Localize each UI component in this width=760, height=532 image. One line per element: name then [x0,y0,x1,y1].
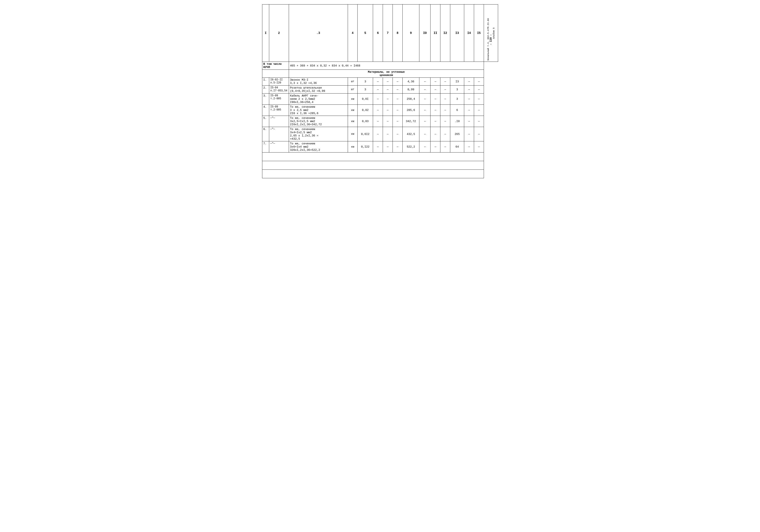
row3-unit: км [348,94,357,105]
col-header-3: .3 [289,5,348,62]
row4-c8: — [393,105,403,116]
row2-c12: — [440,86,450,94]
col-header-15: I5 [474,5,484,62]
row1-c14: — [464,78,474,86]
row5-unit: км [348,116,357,127]
row1-q: 3 [357,78,373,86]
special-label-2: Материалы, не учтенные ценником [289,70,484,78]
row2-code: I5-04 п.I7-053,54 [269,86,289,94]
row4-c12: — [440,105,450,116]
row4-c10: — [419,105,431,116]
row2-c11: — [431,86,440,94]
row5-c10: — [419,116,431,127]
row5-c7: — [383,116,393,127]
row1-c11: — [431,78,440,86]
row2-c8: — [393,86,403,94]
row3-c13: 3 [450,94,464,105]
row2-desc: Розетка штепсельная (0,4+0,35)xI,32 =0,9… [289,86,348,94]
col-header-5: 5 [357,5,373,62]
row2-c13: 3 [450,86,464,94]
row7-c15: — [474,141,484,153]
row7-unit: км [348,141,357,153]
main-table: I 2 .3 4 5 6 7 8 9 IO II I2 I3 I4 I5 Зон… [262,4,498,178]
row4-c7: — [383,105,393,116]
row5-c8: — [393,116,403,127]
side-label-top: Зональный т.п. 802-5-47М.I3.86 [487,18,489,61]
row5-num: 5. [262,116,269,127]
row2-c7: — [383,86,393,94]
row7-code: —"— [269,141,289,153]
row7-c6: — [373,141,383,153]
row5-q: 0,03 [357,116,373,127]
row3-q: 0,0I [357,94,373,105]
row2-q: 3 [357,86,373,94]
row2-c10: — [419,86,431,94]
row6-num: 6. [262,127,269,141]
page-num: – I29 – [489,18,492,61]
col-header-2: 2 [269,5,289,62]
row3-desc: Кабель АНРГ сече- нием 2 x 2,5мм2 I90xI,… [289,94,348,105]
row1-num: I. [262,78,269,86]
empty-row-1 [262,153,498,161]
row6-c10: — [419,127,431,141]
row7-num: 7. [262,141,269,153]
header-row: I 2 .3 4 5 6 7 8 9 IO II I2 I3 I4 I5 Зон… [262,5,498,62]
row6-desc: То же, сечением 3x4+Ix2,5 мм2 2,65 x I,2… [289,127,348,141]
row6-c12: — [440,127,450,141]
row3-c11: — [431,94,440,105]
col-header-13: I3 [450,5,464,62]
row4-num: 4. [262,105,269,116]
row7-c13: 64 [450,141,464,153]
col-header-6: 6 [373,5,383,62]
row3-code: I5-09 т.2-005 [269,94,289,105]
row7-c7: — [383,141,393,153]
page-container: I 2 .3 4 5 6 7 8 9 IO II I2 I3 I4 I5 Зон… [262,4,498,178]
row7-c12: — [440,141,450,153]
row5-c14: — [464,116,474,127]
col-header-8: 8 [393,5,403,62]
row6-c15: — [474,127,484,141]
row5-c15: — [474,116,484,127]
row7-c11: — [431,141,440,153]
row5-code: —"— [269,116,289,127]
row4-desc: То же, сечением 3 x 2,5 мм2 2I0 x I,36 =… [289,105,348,116]
row6-c13: 265 [450,127,464,141]
row2-c9: 0,99 [403,86,419,94]
row4-c6: — [373,105,383,116]
row3-c7: — [383,94,393,105]
row4-c11: — [431,105,440,116]
row5-c13: .I0 [450,116,464,127]
col-header-10: IO [419,5,431,62]
row6-c14: — [464,127,474,141]
row4-unit: км [348,105,357,116]
data-row-5: 5. —"— То же, сечением 3x2,5+IxI,5 мм2 2… [262,116,498,127]
row6-c9: 432,5 [403,127,419,141]
row3-c15: — [474,94,484,105]
row3-num: 3. [262,94,269,105]
data-row-2: 2. I5-04 п.I7-053,54 Розетка штепсельная… [262,86,498,94]
side-label-bottom: Альбом 5 [492,5,495,61]
row2-c15: — [474,86,484,94]
row4-c9: 285,6 [403,105,419,116]
row4-c13: 6 [450,105,464,116]
row2-c6: — [373,86,383,94]
row2-unit: шт [348,86,357,94]
row6-unit: км [348,127,357,141]
col-header-11: II [431,5,440,62]
col-header-12: I2 [440,5,450,62]
row1-c10: — [419,78,431,86]
row7-c8: — [393,141,403,153]
row6-code: —"— [269,127,289,141]
row1-c12: — [440,78,450,86]
special-row-1: В том числе НУЧП 465 + 369 + 834 x 0,32 … [262,62,498,70]
special-label-1: В том числе НУЧП [262,62,289,70]
col-header-7: 7 [383,5,393,62]
row3-c10: — [419,94,431,105]
row6-c6: — [373,127,383,141]
row3-c8: — [393,94,403,105]
row5-c9: 342,72 [403,116,419,127]
row1-c6: — [373,78,383,86]
row2-c14: — [464,86,474,94]
row1-c13: I3 [450,78,464,86]
row7-desc: То же, сечением 3x6+Ix4 мм2 320xI,2xI,36… [289,141,348,153]
